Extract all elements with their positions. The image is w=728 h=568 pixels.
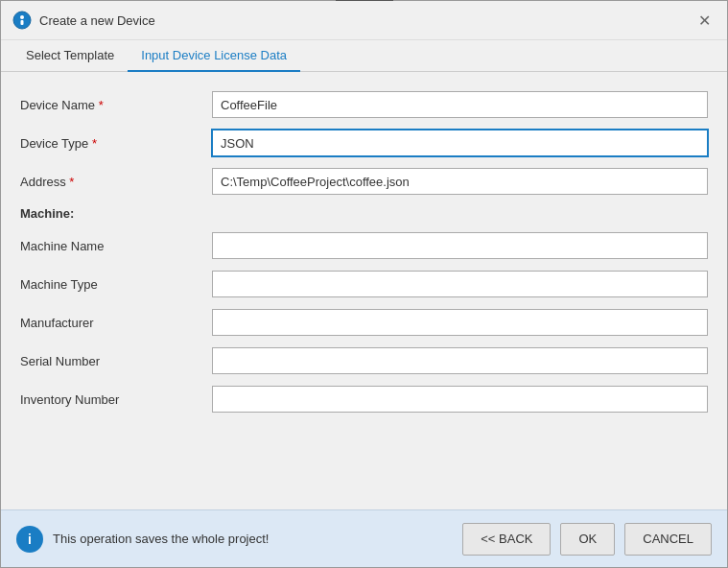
device-type-row: Device Type * <box>20 130 708 156</box>
inventory-number-row: Inventory Number <box>20 386 708 413</box>
inventory-number-input[interactable] <box>212 386 708 413</box>
dialog-title: Create a new Device <box>39 13 693 28</box>
address-row: Address * <box>20 168 708 195</box>
machine-type-row: Machine Type <box>20 271 708 297</box>
svg-rect-2 <box>21 20 24 25</box>
info-icon: i <box>16 526 43 553</box>
address-input[interactable] <box>212 168 708 195</box>
serial-number-label: Serial Number <box>20 354 212 368</box>
machine-name-label: Machine Name <box>20 239 212 253</box>
ok-button[interactable]: OK <box>560 523 615 556</box>
device-name-row: Device Name * <box>20 91 708 118</box>
manufacturer-row: Manufacturer <box>20 309 708 336</box>
machine-section-header: Machine: <box>20 206 708 221</box>
manufacturer-input[interactable] <box>212 309 708 336</box>
machine-type-input[interactable] <box>212 271 708 297</box>
svg-point-1 <box>20 15 24 19</box>
address-label: Address * <box>20 175 212 189</box>
dialog-icon <box>12 11 32 30</box>
device-name-label: Device Name * <box>20 98 212 112</box>
required-star: * <box>99 98 104 112</box>
machine-name-input[interactable] <box>212 232 708 259</box>
required-star-3: * <box>69 175 74 189</box>
close-button[interactable]: ✕ <box>693 9 716 32</box>
device-name-input[interactable] <box>212 91 708 118</box>
machine-type-label: Machine Type <box>20 277 212 292</box>
serial-number-input[interactable] <box>212 347 708 374</box>
create-device-dialog: Create a new Device ✕ Select Template In… <box>0 0 728 568</box>
title-bar: Create a new Device ✕ <box>1 1 727 40</box>
tab-select-template[interactable]: Select Template <box>12 40 128 71</box>
footer-message: This operation saves the whole project! <box>53 532 453 546</box>
serial-number-row: Serial Number <box>20 347 708 374</box>
required-star-2: * <box>92 136 97 151</box>
device-type-input[interactable] <box>212 130 708 156</box>
inventory-number-label: Inventory Number <box>20 392 212 407</box>
cancel-button[interactable]: CANCEL <box>624 523 712 556</box>
footer: i This operation saves the whole project… <box>1 509 727 567</box>
back-button[interactable]: << BACK <box>462 523 551 556</box>
tabs-bar: Select Template Input Device License Dat… <box>1 40 727 72</box>
machine-name-row: Machine Name <box>20 232 708 259</box>
manufacturer-label: Manufacturer <box>20 316 212 330</box>
tab-input-device[interactable]: Input Device License Data <box>128 40 300 72</box>
form-area: Device Name * Device Type * Address * Ma… <box>1 72 727 509</box>
device-type-label: Device Type * <box>20 136 212 151</box>
